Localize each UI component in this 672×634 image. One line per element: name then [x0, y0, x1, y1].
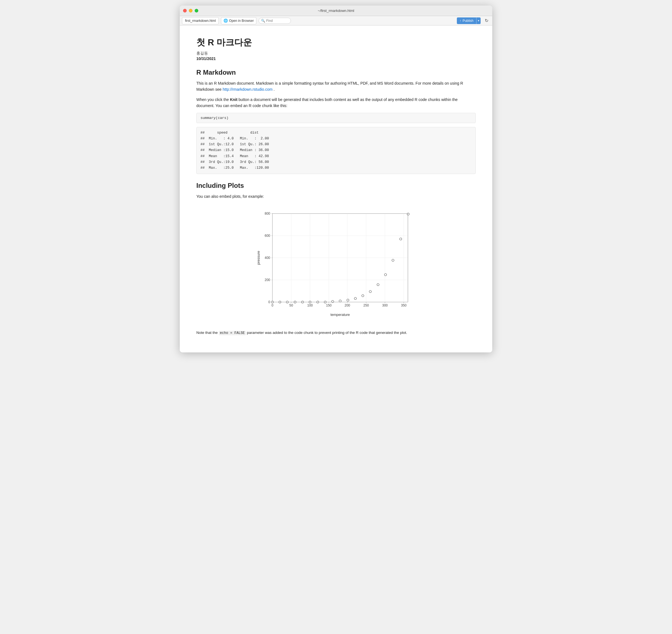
svg-point-56: [377, 284, 379, 286]
svg-text:600: 600: [265, 234, 270, 238]
paragraph-1: This is an R Markdown document. Markdown…: [196, 80, 476, 93]
section1-heading: R Markdown: [196, 69, 476, 76]
maximize-button[interactable]: [195, 9, 198, 13]
svg-text:350: 350: [401, 303, 407, 307]
svg-text:800: 800: [265, 212, 270, 215]
svg-text:0: 0: [268, 300, 270, 304]
close-button[interactable]: [183, 9, 187, 13]
refresh-button[interactable]: ↻: [483, 17, 490, 24]
minimize-button[interactable]: [189, 9, 192, 13]
svg-point-60: [407, 213, 409, 215]
svg-point-58: [392, 259, 394, 261]
rmarkdown-link[interactable]: http://rmarkdown.rstudio.com: [223, 87, 273, 92]
chevron-down-icon: ▾: [478, 19, 479, 22]
publish-label: Publish: [463, 19, 474, 23]
search-input[interactable]: [266, 19, 288, 23]
svg-point-54: [362, 295, 364, 297]
main-window: ~/first_rmarkdown.html first_rmarkdown.h…: [180, 5, 492, 352]
section2-heading: Including Plots: [196, 182, 476, 189]
svg-text:temperature: temperature: [331, 312, 350, 317]
svg-text:0: 0: [271, 303, 273, 307]
search-box[interactable]: 🔍: [259, 18, 291, 24]
svg-point-51: [339, 300, 341, 302]
svg-text:50: 50: [289, 303, 293, 307]
traffic-lights: [183, 9, 198, 13]
refresh-icon: ↻: [485, 18, 488, 23]
pressure-plot: 0 200 400 600 800: [256, 208, 416, 324]
svg-point-55: [369, 290, 371, 293]
open-in-browser-label: Open in Browser: [229, 19, 254, 23]
svg-point-59: [400, 238, 402, 240]
svg-point-57: [384, 274, 387, 276]
document-author: 홍길동: [196, 51, 476, 56]
file-tab[interactable]: first_rmarkdown.html: [182, 17, 219, 24]
svg-text:100: 100: [307, 303, 313, 307]
knit-bold: Knit: [230, 97, 237, 102]
svg-text:250: 250: [363, 303, 369, 307]
globe-icon: 🌐: [223, 19, 228, 23]
publish-dropdown-button[interactable]: ▾: [476, 18, 481, 24]
document-title: 첫 R 마크다운: [196, 37, 476, 49]
svg-point-52: [347, 299, 349, 301]
output-block-summary: ## speed dist ## Min. : 4.0 Min. : 2.00 …: [196, 127, 476, 174]
svg-text:200: 200: [265, 278, 270, 282]
svg-text:300: 300: [382, 303, 388, 307]
document-date: 10/31/2021: [196, 56, 476, 61]
paragraph-2: When you click the Knit button a documen…: [196, 97, 476, 109]
code-block-summary: summary(cars): [196, 113, 476, 123]
publish-icon: ↑: [460, 19, 461, 23]
svg-point-53: [354, 297, 357, 300]
inline-code-echo: echo = FALSE: [219, 331, 246, 335]
publish-button[interactable]: ↑ Publish: [457, 18, 476, 24]
document-content: 첫 R 마크다운 홍길동 10/31/2021 R Markdown This …: [180, 25, 492, 352]
note-paragraph: Note that the echo = FALSE parameter was…: [196, 330, 476, 336]
svg-text:200: 200: [344, 303, 350, 307]
search-icon: 🔍: [261, 19, 265, 23]
plot-container: 0 200 400 600 800: [196, 208, 476, 324]
titlebar: ~/first_rmarkdown.html: [180, 5, 492, 16]
svg-text:150: 150: [326, 303, 332, 307]
svg-text:400: 400: [265, 256, 270, 260]
svg-text:pressure: pressure: [256, 251, 261, 265]
window-title: ~/first_rmarkdown.html: [318, 8, 354, 13]
toolbar-right: ↑ Publish ▾ ↻: [457, 17, 490, 24]
open-in-browser-button[interactable]: 🌐 Open in Browser: [221, 17, 256, 24]
svg-point-50: [332, 300, 334, 303]
publish-group: ↑ Publish ▾: [457, 18, 481, 24]
toolbar: first_rmarkdown.html 🌐 Open in Browser 🔍…: [180, 16, 492, 25]
paragraph-3: You can also embed plots, for example:: [196, 193, 476, 199]
